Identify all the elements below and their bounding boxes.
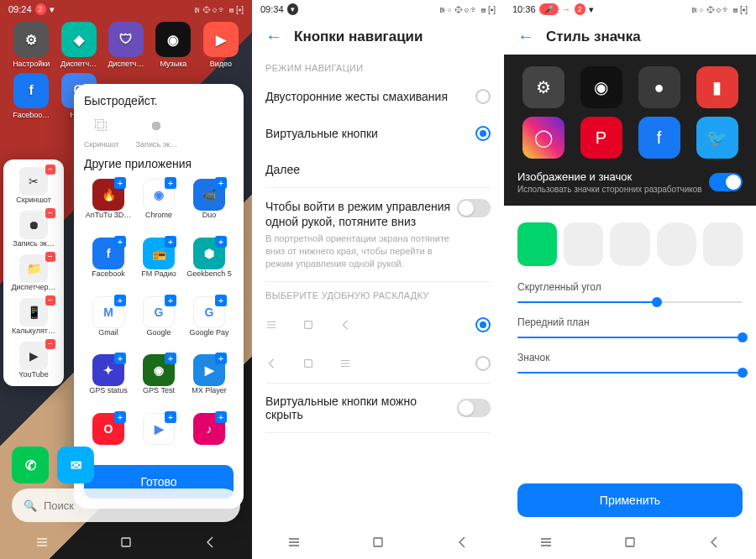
remove-badge[interactable]: − (45, 339, 55, 349)
back-button[interactable]: ← (517, 27, 534, 46)
search-bar[interactable]: 🔍 Поиск (12, 488, 240, 522)
onehand-desc: В портретной ориентации экрана потяните … (265, 232, 457, 270)
add-badge[interactable]: + (215, 353, 227, 364)
apply-button[interactable]: Применить (517, 483, 743, 517)
layout-option-2[interactable] (252, 344, 504, 383)
slider-track[interactable] (517, 372, 743, 374)
shape-option-selected[interactable] (517, 222, 557, 266)
home-app[interactable]: f Faceboo… (8, 73, 54, 119)
section-layout: ВЫБЕРИТЕ УДОБНУЮ РАСКЛАДКУ (252, 282, 504, 306)
app-item[interactable]: ▶ + (134, 411, 183, 458)
nav-home[interactable] (118, 535, 134, 550)
nav-menu[interactable] (34, 535, 50, 550)
remove-badge[interactable]: − (45, 252, 55, 262)
nav-home[interactable] (370, 535, 386, 550)
notif-icon: ▾ (287, 3, 298, 15)
onehand-row[interactable]: Чтобы войти в режим управления одной рук… (252, 188, 504, 281)
sidebar-label: Запись эк… (13, 239, 55, 248)
app-item[interactable]: ◉ + Chrome (134, 177, 183, 232)
add-badge[interactable]: + (165, 295, 176, 306)
notif-icon: ▾ (50, 4, 55, 15)
add-badge[interactable]: + (114, 236, 126, 248)
nav-bar (0, 525, 252, 559)
app-item[interactable]: 🔥 + AnTuTu 3D… (84, 177, 133, 232)
sidebar-item[interactable]: 📁 − Диспетчер… (3, 252, 64, 294)
slider-track[interactable] (517, 337, 743, 338)
radio-unchecked[interactable] (475, 356, 491, 371)
phone-app[interactable]: ✆ (12, 447, 49, 483)
app-item[interactable]: f + Facebook (84, 236, 133, 291)
shape-option[interactable] (610, 222, 649, 266)
quick-action[interactable]: ⏺ Запись эк… (136, 114, 178, 149)
add-badge[interactable]: + (215, 177, 227, 189)
nav-back[interactable] (454, 535, 470, 550)
add-badge[interactable]: + (215, 295, 227, 306)
remove-badge[interactable]: − (45, 295, 55, 306)
quick-action[interactable]: ⿻ Скриншот (84, 114, 119, 149)
toggle-off[interactable] (457, 399, 491, 417)
home-app[interactable]: ▶ Видео (198, 22, 244, 68)
sidebar-icon: 📱 (19, 298, 48, 327)
remove-badge[interactable]: − (45, 208, 55, 218)
home-app[interactable]: ◆ Диспетч… (55, 22, 101, 68)
radio-unchecked[interactable] (475, 89, 491, 104)
shape-option[interactable] (703, 222, 743, 266)
toggle-off[interactable] (457, 199, 491, 217)
add-badge[interactable]: + (215, 411, 227, 423)
add-badge[interactable]: + (165, 236, 176, 248)
add-badge[interactable]: + (114, 353, 126, 364)
nav-menu[interactable] (538, 535, 554, 550)
preview-icon: 🐦 (696, 117, 738, 159)
nav-back[interactable] (202, 535, 218, 550)
option-gestures[interactable]: Двусторонние жесты смахивания (252, 78, 504, 115)
option-more[interactable]: Далее (252, 152, 504, 187)
add-badge[interactable]: + (165, 353, 176, 364)
add-badge[interactable]: + (215, 236, 227, 248)
home-app[interactable]: ⚙ Настройки (8, 22, 54, 68)
home-app[interactable]: 🛡 Диспетч… (103, 22, 149, 68)
shape-option[interactable] (564, 222, 603, 266)
app-item[interactable]: M + Gmail (84, 295, 133, 350)
sidebar-item[interactable]: ▶ − YouTube (3, 339, 64, 381)
toggle-on[interactable] (709, 173, 743, 191)
app-item[interactable]: ⬢ + Geekbench 5 (185, 236, 234, 291)
add-badge[interactable]: + (114, 177, 126, 189)
notification-badge: 2 (575, 3, 585, 15)
app-item[interactable]: ✦ + GPS status (84, 353, 133, 408)
app-item[interactable]: 📹 + Duo (185, 177, 234, 232)
smart-sidebar[interactable]: ✂ − Скриншот ⏺ − Запись эк… 📁 − Диспетче… (3, 159, 64, 386)
arrow-icon: → (562, 4, 571, 14)
app-label: MX Player (192, 386, 227, 394)
app-item[interactable]: ▶ + MX Player (185, 353, 234, 408)
messages-app[interactable]: ✉ (57, 447, 94, 483)
option-virtual[interactable]: Виртуальные кнопки (252, 115, 504, 152)
nav-back[interactable] (706, 535, 722, 550)
layout-option-1[interactable] (252, 306, 504, 344)
app-item[interactable]: ♪ + (185, 411, 234, 458)
app-item[interactable]: 📻 + FM Радио (134, 236, 183, 291)
image-icon-row[interactable]: Изображение и значок Использовать значки… (517, 170, 743, 194)
shape-option[interactable] (657, 222, 696, 266)
phone-2-nav-settings: 09:34 ▾ ℕ ⊹ ⌖ ⊙ ᯤ ▤ [▪] ← Кнопки навигац… (252, 0, 504, 559)
nav-bar (504, 525, 756, 559)
nav-menu[interactable] (286, 535, 302, 550)
sidebar-item[interactable]: ✂ − Скриншот (3, 165, 64, 206)
radio-checked[interactable] (475, 317, 491, 332)
home-app[interactable]: ◉ Музыка (150, 22, 196, 68)
app-item[interactable]: G + Google (134, 295, 183, 350)
app-item[interactable]: ◉ + GPS Test (134, 353, 183, 408)
add-badge[interactable]: + (165, 177, 176, 189)
sidebar-item[interactable]: ⏺ − Запись эк… (3, 208, 64, 250)
add-badge[interactable]: + (114, 411, 126, 423)
remove-badge[interactable]: − (45, 165, 55, 175)
radio-checked[interactable] (475, 126, 491, 141)
nav-home[interactable] (622, 535, 638, 550)
status-bar: 09:24 2 ▾ ℕ ⌖ ⊙ ᯤ ▤ [▪] (0, 0, 252, 18)
add-badge[interactable]: + (165, 411, 176, 423)
slider-track[interactable] (517, 301, 743, 303)
hide-row[interactable]: Виртуальные кнопки можно скрыть (252, 384, 504, 432)
back-button[interactable]: ← (265, 27, 282, 46)
app-item[interactable]: G + Google Pay (185, 295, 234, 350)
sidebar-item[interactable]: 📱 − Калькулят… (3, 295, 64, 337)
add-badge[interactable]: + (114, 295, 126, 306)
